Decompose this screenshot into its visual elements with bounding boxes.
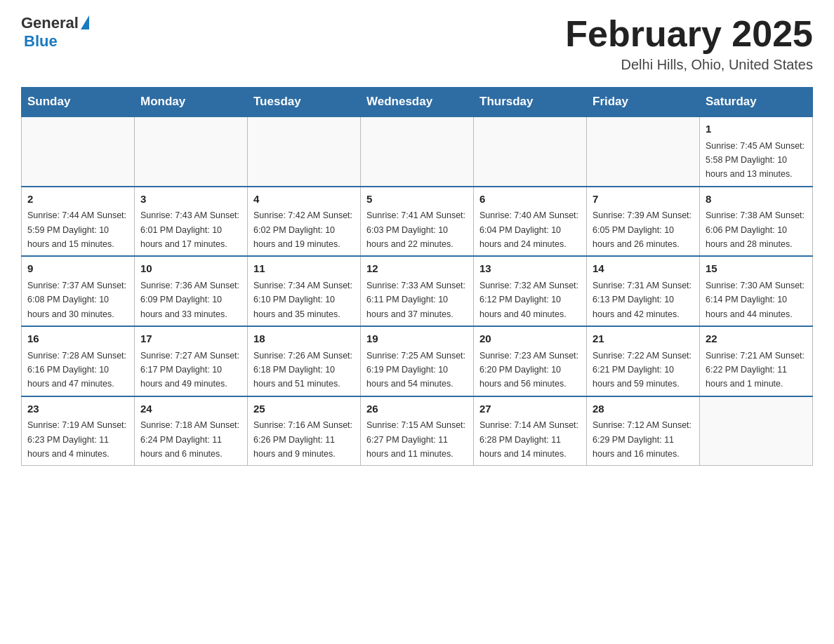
day-of-week-header: Wednesday	[361, 88, 474, 117]
calendar-day-cell: 26Sunrise: 7:15 AM Sunset: 6:27 PM Dayli…	[361, 396, 474, 466]
calendar-header-row: SundayMondayTuesdayWednesdayThursdayFrid…	[22, 88, 813, 117]
day-number: 17	[140, 331, 241, 347]
calendar-day-cell: 12Sunrise: 7:33 AM Sunset: 6:11 PM Dayli…	[361, 256, 474, 326]
day-number: 6	[479, 192, 581, 208]
day-of-week-header: Monday	[135, 88, 248, 117]
day-number: 26	[366, 401, 468, 417]
location-text: Delhi Hills, Ohio, United States	[565, 57, 813, 73]
day-info: Sunrise: 7:15 AM Sunset: 6:27 PM Dayligh…	[366, 420, 465, 459]
calendar-day-cell: 10Sunrise: 7:36 AM Sunset: 6:09 PM Dayli…	[135, 256, 248, 326]
day-info: Sunrise: 7:21 AM Sunset: 6:22 PM Dayligh…	[706, 351, 805, 389]
day-number: 23	[27, 401, 128, 417]
day-info: Sunrise: 7:26 AM Sunset: 6:18 PM Dayligh…	[253, 351, 352, 389]
calendar-day-cell: 8Sunrise: 7:38 AM Sunset: 6:06 PM Daylig…	[700, 187, 813, 257]
calendar-day-cell: 6Sunrise: 7:40 AM Sunset: 6:04 PM Daylig…	[474, 187, 587, 257]
day-of-week-header: Thursday	[474, 88, 587, 117]
day-number: 19	[366, 331, 468, 347]
day-info: Sunrise: 7:27 AM Sunset: 6:17 PM Dayligh…	[140, 351, 239, 389]
calendar-day-cell: 21Sunrise: 7:22 AM Sunset: 6:21 PM Dayli…	[587, 326, 700, 396]
calendar-day-cell	[700, 396, 813, 466]
day-info: Sunrise: 7:40 AM Sunset: 6:04 PM Dayligh…	[479, 210, 578, 249]
calendar-day-cell: 7Sunrise: 7:39 AM Sunset: 6:05 PM Daylig…	[587, 187, 700, 257]
day-info: Sunrise: 7:36 AM Sunset: 6:09 PM Dayligh…	[140, 281, 239, 319]
day-info: Sunrise: 7:19 AM Sunset: 6:23 PM Dayligh…	[27, 420, 126, 459]
calendar-day-cell: 1Sunrise: 7:45 AM Sunset: 5:58 PM Daylig…	[700, 116, 813, 187]
day-number: 10	[140, 261, 241, 277]
day-info: Sunrise: 7:37 AM Sunset: 6:08 PM Dayligh…	[27, 281, 126, 319]
day-number: 5	[366, 192, 468, 208]
day-info: Sunrise: 7:32 AM Sunset: 6:12 PM Dayligh…	[479, 281, 578, 319]
calendar-day-cell: 18Sunrise: 7:26 AM Sunset: 6:18 PM Dayli…	[248, 326, 361, 396]
calendar-day-cell: 22Sunrise: 7:21 AM Sunset: 6:22 PM Dayli…	[700, 326, 813, 396]
day-info: Sunrise: 7:39 AM Sunset: 6:05 PM Dayligh…	[593, 210, 691, 249]
calendar-day-cell: 3Sunrise: 7:43 AM Sunset: 6:01 PM Daylig…	[135, 187, 248, 257]
day-number: 11	[253, 261, 355, 277]
day-of-week-header: Sunday	[22, 88, 135, 117]
day-number: 1	[706, 121, 807, 137]
day-of-week-header: Tuesday	[248, 88, 361, 117]
day-info: Sunrise: 7:41 AM Sunset: 6:03 PM Dayligh…	[366, 210, 465, 249]
day-info: Sunrise: 7:43 AM Sunset: 6:01 PM Dayligh…	[140, 210, 239, 249]
day-number: 15	[706, 261, 807, 277]
day-info: Sunrise: 7:14 AM Sunset: 6:28 PM Dayligh…	[479, 420, 578, 459]
day-info: Sunrise: 7:23 AM Sunset: 6:20 PM Dayligh…	[479, 351, 578, 389]
calendar-day-cell	[587, 116, 700, 187]
day-of-week-header: Friday	[587, 88, 700, 117]
page-header: General Blue February 2025 Delhi Hills, …	[21, 14, 813, 73]
day-info: Sunrise: 7:45 AM Sunset: 5:58 PM Dayligh…	[706, 141, 805, 180]
calendar-week-row: 23Sunrise: 7:19 AM Sunset: 6:23 PM Dayli…	[22, 396, 813, 466]
day-number: 27	[479, 401, 581, 417]
calendar-day-cell	[22, 116, 135, 187]
day-of-week-header: Saturday	[700, 88, 813, 117]
logo-blue-text: Blue	[24, 32, 58, 51]
calendar-day-cell: 9Sunrise: 7:37 AM Sunset: 6:08 PM Daylig…	[22, 256, 135, 326]
day-info: Sunrise: 7:42 AM Sunset: 6:02 PM Dayligh…	[253, 210, 352, 249]
day-info: Sunrise: 7:12 AM Sunset: 6:29 PM Dayligh…	[593, 420, 691, 459]
day-info: Sunrise: 7:33 AM Sunset: 6:11 PM Dayligh…	[366, 281, 465, 319]
calendar-day-cell: 23Sunrise: 7:19 AM Sunset: 6:23 PM Dayli…	[22, 396, 135, 466]
calendar-week-row: 1Sunrise: 7:45 AM Sunset: 5:58 PM Daylig…	[22, 116, 813, 187]
month-title: February 2025	[565, 14, 813, 54]
calendar-day-cell	[474, 116, 587, 187]
day-info: Sunrise: 7:38 AM Sunset: 6:06 PM Dayligh…	[706, 210, 805, 249]
calendar-day-cell: 15Sunrise: 7:30 AM Sunset: 6:14 PM Dayli…	[700, 256, 813, 326]
day-info: Sunrise: 7:28 AM Sunset: 6:16 PM Dayligh…	[27, 351, 126, 389]
day-number: 14	[593, 261, 694, 277]
calendar-day-cell: 14Sunrise: 7:31 AM Sunset: 6:13 PM Dayli…	[587, 256, 700, 326]
day-number: 12	[366, 261, 468, 277]
day-number: 24	[140, 401, 241, 417]
calendar-day-cell	[248, 116, 361, 187]
calendar-day-cell: 27Sunrise: 7:14 AM Sunset: 6:28 PM Dayli…	[474, 396, 587, 466]
day-number: 4	[253, 192, 355, 208]
calendar-day-cell	[361, 116, 474, 187]
day-number: 22	[706, 331, 807, 347]
calendar-week-row: 2Sunrise: 7:44 AM Sunset: 5:59 PM Daylig…	[22, 187, 813, 257]
calendar-day-cell: 17Sunrise: 7:27 AM Sunset: 6:17 PM Dayli…	[135, 326, 248, 396]
day-info: Sunrise: 7:18 AM Sunset: 6:24 PM Dayligh…	[140, 420, 239, 459]
day-number: 9	[27, 261, 128, 277]
calendar-day-cell: 13Sunrise: 7:32 AM Sunset: 6:12 PM Dayli…	[474, 256, 587, 326]
day-number: 2	[27, 192, 128, 208]
calendar-day-cell: 19Sunrise: 7:25 AM Sunset: 6:19 PM Dayli…	[361, 326, 474, 396]
calendar-day-cell: 4Sunrise: 7:42 AM Sunset: 6:02 PM Daylig…	[248, 187, 361, 257]
day-number: 25	[253, 401, 355, 417]
calendar-table: SundayMondayTuesdayWednesdayThursdayFrid…	[21, 87, 813, 466]
day-info: Sunrise: 7:22 AM Sunset: 6:21 PM Dayligh…	[593, 351, 691, 389]
calendar-day-cell: 11Sunrise: 7:34 AM Sunset: 6:10 PM Dayli…	[248, 256, 361, 326]
day-info: Sunrise: 7:30 AM Sunset: 6:14 PM Dayligh…	[706, 281, 805, 319]
day-number: 18	[253, 331, 355, 347]
title-block: February 2025 Delhi Hills, Ohio, United …	[565, 14, 813, 73]
calendar-day-cell: 2Sunrise: 7:44 AM Sunset: 5:59 PM Daylig…	[22, 187, 135, 257]
calendar-day-cell: 25Sunrise: 7:16 AM Sunset: 6:26 PM Dayli…	[248, 396, 361, 466]
day-number: 21	[593, 331, 694, 347]
calendar-week-row: 16Sunrise: 7:28 AM Sunset: 6:16 PM Dayli…	[22, 326, 813, 396]
calendar-day-cell: 16Sunrise: 7:28 AM Sunset: 6:16 PM Dayli…	[22, 326, 135, 396]
day-number: 8	[706, 192, 807, 208]
logo: General Blue	[21, 14, 89, 51]
calendar-day-cell: 5Sunrise: 7:41 AM Sunset: 6:03 PM Daylig…	[361, 187, 474, 257]
calendar-day-cell: 24Sunrise: 7:18 AM Sunset: 6:24 PM Dayli…	[135, 396, 248, 466]
day-info: Sunrise: 7:16 AM Sunset: 6:26 PM Dayligh…	[253, 420, 352, 459]
calendar-day-cell: 20Sunrise: 7:23 AM Sunset: 6:20 PM Dayli…	[474, 326, 587, 396]
day-info: Sunrise: 7:44 AM Sunset: 5:59 PM Dayligh…	[27, 210, 126, 249]
calendar-day-cell: 28Sunrise: 7:12 AM Sunset: 6:29 PM Dayli…	[587, 396, 700, 466]
